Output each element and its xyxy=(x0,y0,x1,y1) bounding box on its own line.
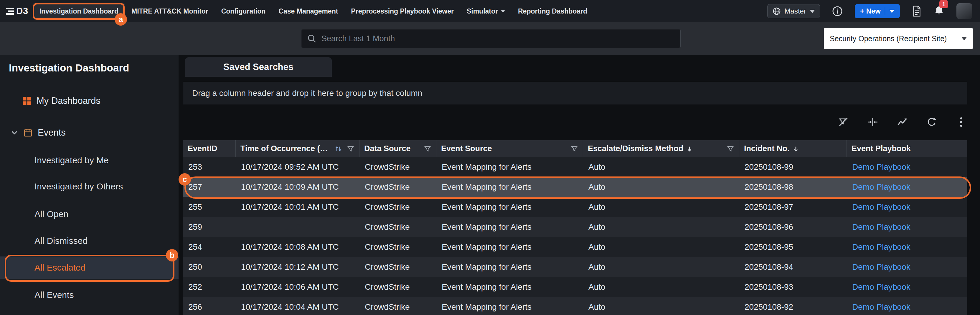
new-button-label: + New xyxy=(860,7,881,15)
site-selector-value: Security Operations (Recipient Site) xyxy=(830,35,961,43)
column-header-escalate-dismiss-method[interactable]: Escalate/Dismiss Method xyxy=(583,140,739,157)
column-header-incident-no[interactable]: Incident No. xyxy=(739,140,847,157)
event-playbook-link[interactable]: Demo Playbook xyxy=(852,242,910,252)
table-row[interactable]: 256 10/17/2024 10:04 AM UTC CrowdStrike … xyxy=(183,297,967,315)
sidebar-item-investigated-by-others[interactable]: Investigated by Others xyxy=(35,179,178,193)
clear-filter-icon xyxy=(838,117,849,128)
group-by-hint: Drag a column header and drop it here to… xyxy=(192,89,422,98)
table-row[interactable]: 252 10/17/2024 10:06 AM UTC CrowdStrike … xyxy=(183,277,967,297)
table-header-row: EventID Time of Occurrence (UTC) xyxy=(183,140,967,157)
top-nav-actions: Master + New xyxy=(767,3,972,19)
table-row[interactable]: 253 10/17/2024 09:52 AM UTC CrowdStrike … xyxy=(183,157,967,177)
document-icon[interactable] xyxy=(912,5,922,17)
calendar-icon xyxy=(24,128,32,137)
column-header-event-source[interactable]: Event Source xyxy=(436,140,583,157)
new-button[interactable]: + New xyxy=(855,4,900,18)
method-cell: Auto xyxy=(583,157,739,177)
column-header-data-source[interactable]: Data Source xyxy=(360,140,436,157)
event-playbook-link[interactable]: Demo Playbook xyxy=(852,182,910,192)
event-playbook-link[interactable]: Demo Playbook xyxy=(852,302,910,312)
site-selector-dropdown[interactable]: Security Operations (Recipient Site) xyxy=(824,28,973,49)
table-body: 253 10/17/2024 09:52 AM UTC CrowdStrike … xyxy=(183,157,967,315)
d3-logo[interactable]: D3 xyxy=(5,6,28,16)
global-search[interactable] xyxy=(301,29,681,48)
event-playbook-link[interactable]: Demo Playbook xyxy=(852,222,910,232)
refresh-icon xyxy=(926,117,937,128)
filter-icon[interactable] xyxy=(347,145,355,153)
column-header-event-playbook[interactable]: Event Playbook xyxy=(847,140,967,157)
sidebar-item-investigated-by-me[interactable]: Investigated by Me xyxy=(35,153,178,167)
event-playbook-link[interactable]: Demo Playbook xyxy=(852,262,910,272)
group-by-drop-zone[interactable]: Drag a column header and drop it here to… xyxy=(183,82,967,104)
column-header-time-of-occurrence[interactable]: Time of Occurrence (UTC) xyxy=(236,140,360,157)
nav-case-management[interactable]: Case Management xyxy=(272,3,344,20)
event-source-cell: Event Mapping for Alerts xyxy=(436,257,583,277)
nav-simulator-label: Simulator xyxy=(467,7,498,15)
incident-cell: 20250108-93 xyxy=(739,277,847,297)
event-playbook-link[interactable]: Demo Playbook xyxy=(852,203,910,212)
filter-icon[interactable] xyxy=(570,145,578,153)
more-vertical-icon xyxy=(959,116,963,128)
notifications-button[interactable]: 1 xyxy=(934,5,945,17)
main-content: Saved Searches Drag a column header and … xyxy=(178,55,980,315)
table-row[interactable]: 250 10/17/2024 10:12 AM UTC CrowdStrike … xyxy=(183,257,967,277)
search-input[interactable] xyxy=(321,34,675,43)
dashboard-grid-icon xyxy=(22,97,31,105)
time-cell: 10/17/2024 10:08 AM UTC xyxy=(236,237,360,257)
user-avatar[interactable] xyxy=(956,3,972,19)
sidebar-item-all-escalated[interactable]: All Escalated xyxy=(0,256,178,279)
nav-investigation-dashboard[interactable]: Investigation Dashboard xyxy=(33,3,125,20)
table-row-selected[interactable]: 257 10/17/2024 10:09 AM UTC CrowdStrike … xyxy=(183,177,967,197)
table-row[interactable]: 259 CrowdStrike Event Mapping for Alerts… xyxy=(183,217,967,237)
incident-cell: 20250108-92 xyxy=(739,297,847,315)
filter-icon[interactable] xyxy=(727,145,734,153)
sidebar-group-events[interactable]: Events xyxy=(11,125,66,140)
filter-icon[interactable] xyxy=(424,145,431,153)
table-row[interactable]: 255 10/17/2024 10:01 AM UTC CrowdStrike … xyxy=(183,197,967,217)
time-cell: 10/17/2024 10:12 AM UTC xyxy=(236,257,360,277)
nav-reporting-dashboard[interactable]: Reporting Dashboard xyxy=(512,3,594,20)
sort-down-icon xyxy=(792,145,800,153)
eventid-cell: 252 xyxy=(183,277,236,297)
tab-saved-searches[interactable]: Saved Searches xyxy=(185,57,332,77)
eventid-cell: 259 xyxy=(183,217,236,237)
sidebar-item-my-dashboards[interactable]: My Dashboards xyxy=(22,93,100,109)
event-source-cell: Event Mapping for Alerts xyxy=(436,157,583,177)
chevron-down-icon xyxy=(961,37,967,40)
data-source-cell: CrowdStrike xyxy=(360,217,436,237)
incident-cell: 20250108-96 xyxy=(739,217,847,237)
sidebar-item-all-dismissed[interactable]: All Dismissed xyxy=(35,234,178,248)
event-playbook-link[interactable]: Demo Playbook xyxy=(852,282,910,292)
column-header-eventid[interactable]: EventID xyxy=(183,140,236,157)
method-cell: Auto xyxy=(583,297,739,315)
sidebar-item-all-open[interactable]: All Open xyxy=(35,207,178,221)
event-source-cell: Event Mapping for Alerts xyxy=(436,297,583,315)
clear-filters-button[interactable] xyxy=(837,116,850,128)
table-row[interactable]: 254 10/17/2024 10:08 AM UTC CrowdStrike … xyxy=(183,237,967,257)
d3-soar-app: D3 Investigation Dashboard MITRE ATT&CK … xyxy=(0,0,980,315)
more-options-button[interactable] xyxy=(955,116,967,128)
eventid-cell: 253 xyxy=(183,157,236,177)
data-source-cell: CrowdStrike xyxy=(360,177,436,197)
sort-icon xyxy=(334,145,342,153)
sidebar-item-all-events[interactable]: All Events xyxy=(35,288,178,302)
master-version-dropdown[interactable]: Master xyxy=(767,4,820,18)
refresh-button[interactable] xyxy=(926,116,938,128)
nav-simulator[interactable]: Simulator xyxy=(460,3,512,20)
chart-view-button[interactable] xyxy=(896,116,908,128)
chevron-down-icon xyxy=(11,129,18,136)
method-cell: Auto xyxy=(583,217,739,237)
event-playbook-link[interactable]: Demo Playbook xyxy=(852,162,910,172)
info-icon[interactable] xyxy=(832,6,843,17)
nav-configuration[interactable]: Configuration xyxy=(215,3,272,20)
top-nav-bar: D3 Investigation Dashboard MITRE ATT&CK … xyxy=(0,0,980,22)
chevron-down-icon xyxy=(501,10,505,13)
incident-cell: 20250108-94 xyxy=(739,257,847,277)
method-cell: Auto xyxy=(583,257,739,277)
eventid-cell: 255 xyxy=(183,197,236,217)
sidebar-title: Investigation Dashboard xyxy=(9,62,129,74)
fit-columns-button[interactable] xyxy=(867,116,879,128)
search-icon xyxy=(307,33,317,44)
nav-mitre-attack-monitor[interactable]: MITRE ATT&CK Monitor xyxy=(125,3,215,20)
nav-preprocessing-playbook-viewer[interactable]: Preprocessing Playbook Viewer xyxy=(344,3,460,20)
